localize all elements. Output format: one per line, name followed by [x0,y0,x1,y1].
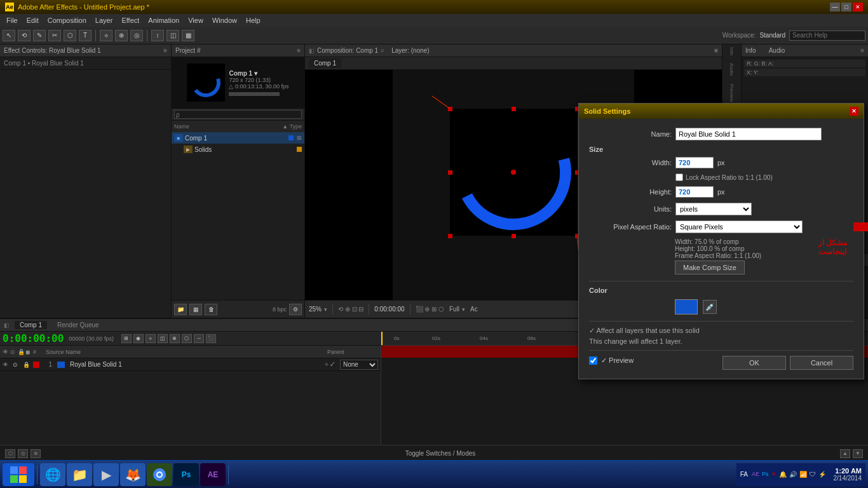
search-input[interactable] [789,30,865,41]
lock-aspect-checkbox[interactable] [675,173,683,181]
toolbar-btn-4[interactable]: ✂ [48,30,61,41]
zoom-dropdown[interactable]: ▾ [324,306,327,313]
tray-icon-vol[interactable]: 🔊 [789,471,797,478]
layer-solo[interactable]: ⊙ [13,362,19,368]
project-menu[interactable]: ≡ [297,47,301,54]
toolbar-btn-11[interactable]: ◫ [166,30,179,41]
toolbar-btn-10[interactable]: ↕ [151,30,164,41]
tray-icon-notif[interactable]: 🔔 [779,471,787,478]
effect-controls-menu[interactable]: ≡ [163,47,167,54]
menu-edit[interactable]: Edit [23,15,43,25]
tray-icon-action[interactable]: ⚡ [818,471,826,478]
bottom-icon3[interactable]: ⊕ [31,449,41,458]
composition-header: ◧ Composition: Comp 1 # Layer: (none) ≡ [305,44,722,57]
minimize-button[interactable]: — [830,3,840,11]
tl-comp-tab[interactable]: Comp 1 [15,321,47,329]
ok-button[interactable]: OK [722,356,786,370]
units-select[interactable]: pixels [675,203,752,215]
taskbar-ae[interactable]: AE [200,463,226,486]
toolbar-btn-1[interactable]: ↖ [3,30,15,41]
new-folder-btn[interactable]: 📁 [174,304,187,315]
layer-eye[interactable]: 👁 [3,362,9,368]
tree-item-solids[interactable]: ▶ Solids [172,144,304,155]
toolbar-btn-2[interactable]: ⟲ [18,30,31,41]
size-label: Size [589,146,603,153]
window-controls[interactable]: — □ ✕ [830,3,863,11]
taskbar-chrome[interactable] [147,463,172,486]
project-search-input[interactable] [174,110,302,119]
info-menu[interactable]: ≡ [860,47,864,54]
playhead[interactable] [381,332,383,345]
quality-value[interactable]: Full [449,306,459,313]
tray-time: 1:20 AM [834,467,862,475]
toolbar-btn-5[interactable]: ⬡ [64,30,76,41]
color-swatch[interactable] [675,299,698,315]
bottom-icon1[interactable]: ⬡ [5,449,15,458]
taskbar-firefox[interactable]: 🦊 [120,463,146,486]
toolbar-btn-8[interactable]: ⊕ [115,30,128,41]
tray-icon-net[interactable]: 📶 [799,471,807,478]
bottom-right-icon2[interactable]: ▼ [853,449,863,458]
menu-window[interactable]: Window [208,15,241,25]
pixel-aspect-select[interactable]: Square Pixels [675,220,803,233]
toggle-switches-label[interactable]: Toggle Switches / Modes [405,450,476,457]
layer-lock[interactable]: 🔒 [23,362,29,368]
make-comp-size-button[interactable]: Make Comp Size [675,261,745,274]
layer-name[interactable]: Royal Blue Solid 1 [70,361,322,368]
toolbar-btn-12[interactable]: ▦ [182,30,194,41]
comp-controls-icons[interactable]: ⟲ ⊕ ⊡ ⊟ [338,306,363,313]
menu-effect[interactable]: Effect [118,15,143,25]
quality-icons[interactable]: ⬛ ⊕ ⊞ ⬡ [416,306,444,313]
toolbar-btn-6[interactable]: T [79,30,92,41]
eyedropper-button[interactable]: 💉 [703,300,717,314]
project-search[interactable] [172,108,304,121]
height-input[interactable] [675,186,714,198]
tl-btn5[interactable]: ⊕ [170,334,180,343]
menu-composition[interactable]: Composition [44,15,90,25]
toolbar-btn-3[interactable]: ✎ [33,30,46,41]
tl-render-tab[interactable]: Render Queue [52,321,104,329]
toolbar-btn-7[interactable]: ⟡ [100,30,112,41]
bottom-right-icon1[interactable]: ▲ [840,449,850,458]
tl-btn8[interactable]: ⬛ [206,334,216,343]
tl-btn4[interactable]: ◫ [158,334,168,343]
tree-item-comp1[interactable]: ■ Comp 1 ⊞ [172,132,304,144]
tl-btn1[interactable]: ⊞ [121,334,132,343]
maximize-button[interactable]: □ [841,3,851,11]
layer-effects-icon[interactable]: ⟡ ✓ [325,361,335,368]
menu-layer[interactable]: Layer [92,15,117,25]
tray-icon-x: ✕ [771,471,776,478]
project-settings-btn[interactable]: ⚙ [289,304,302,315]
tl-btn7[interactable]: ↔ [194,334,204,343]
info-header: Info Audio ≡ [742,44,868,57]
project-delete-btn[interactable]: 🗑 [205,304,217,315]
dialog-close-button[interactable]: ✕ [850,107,858,116]
close-button[interactable]: ✕ [853,3,863,11]
taskbar-ie[interactable]: 🌐 [40,463,65,486]
quality-dropdown[interactable]: ▾ [462,306,465,313]
menu-help[interactable]: Help [242,15,264,25]
tl-btn6[interactable]: ⬡ [182,334,192,343]
menu-view[interactable]: View [184,15,207,25]
comp-panel-icon: ◧ [309,48,315,54]
start-button[interactable] [3,463,34,486]
comp-menu[interactable]: ≡ [714,47,718,54]
bottom-icon2[interactable]: ◎ [18,449,28,458]
name-input[interactable] [675,128,822,140]
menu-file[interactable]: File [3,15,22,25]
taskbar-photoshop[interactable]: Ps [173,463,199,486]
menu-animation[interactable]: Animation [144,15,183,25]
width-input[interactable] [675,157,714,168]
cancel-button[interactable]: Cancel [790,356,853,370]
new-comp-btn[interactable]: ▦ [189,304,202,315]
taskbar-explorer[interactable]: 📁 [67,463,92,486]
toolbar-btn-9[interactable]: ◎ [130,30,143,41]
comp-tab[interactable]: Comp 1 [309,58,341,68]
preview-checkbox[interactable] [589,356,597,365]
layer-parent-select[interactable]: None [340,360,378,370]
taskbar-media[interactable]: ▶ [93,463,119,486]
tl-btn3[interactable]: ⟡ [146,334,156,343]
tree-col-header: Name ▲ Type [172,121,304,132]
tray-icon-shield[interactable]: 🛡 [810,471,816,478]
tl-btn2[interactable]: ◉ [133,334,144,343]
